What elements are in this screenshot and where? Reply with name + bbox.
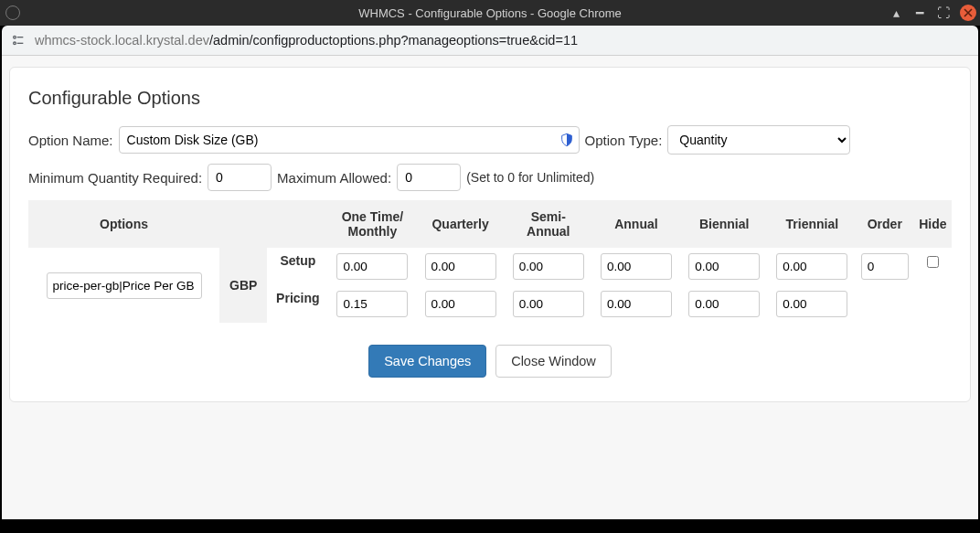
page-title: Configurable Options bbox=[28, 88, 952, 109]
col-onetime: One Time/ Monthly bbox=[328, 200, 416, 248]
col-currency-spacer bbox=[219, 200, 267, 248]
min-qty-input[interactable] bbox=[208, 164, 272, 191]
site-info-icon[interactable] bbox=[11, 33, 26, 48]
option-name-label: Option Name: bbox=[28, 133, 113, 148]
window: WHMCS - Configurable Options - Google Ch… bbox=[0, 0, 980, 533]
close-button[interactable]: Close Window bbox=[495, 345, 612, 378]
setup-biennial-input[interactable] bbox=[688, 253, 760, 280]
col-subheader-spacer bbox=[267, 200, 328, 248]
col-annual: Annual bbox=[592, 200, 680, 248]
table-row-setup: GBP Setup bbox=[28, 248, 952, 285]
col-quarterly: Quarterly bbox=[416, 200, 504, 248]
qty-row: Minimum Quantity Required: Maximum Allow… bbox=[28, 164, 952, 191]
address-bar[interactable]: whmcs-stock.local.krystal.dev/admin/conf… bbox=[35, 33, 578, 48]
pricing-quarterly-input[interactable] bbox=[425, 291, 496, 317]
window-title: WHMCS - Configurable Options - Google Ch… bbox=[358, 6, 622, 20]
button-row: Save Changes Close Window bbox=[28, 345, 952, 378]
table-header-row: Options One Time/ Monthly Quarterly Semi… bbox=[28, 200, 952, 248]
maximize-icon[interactable]: ⛶ bbox=[936, 5, 951, 20]
browser-chrome: whmcs-stock.local.krystal.dev/admin/conf… bbox=[2, 26, 978, 56]
svg-point-2 bbox=[14, 42, 16, 45]
pricing-onetime-input[interactable] bbox=[336, 291, 408, 317]
col-order: Order bbox=[856, 200, 913, 248]
option-name-input[interactable] bbox=[119, 126, 580, 154]
pin-icon[interactable]: ▴ bbox=[889, 5, 903, 20]
pricing-semiannual-input[interactable] bbox=[513, 291, 584, 317]
currency-label: GBP bbox=[219, 248, 267, 323]
url-path: /admin/configproductoptions.php?manageop… bbox=[209, 33, 578, 48]
content-card: Configurable Options Option Name: Option… bbox=[9, 67, 971, 402]
window-controls: ▴ ━ ⛶ bbox=[889, 0, 976, 26]
close-icon[interactable] bbox=[960, 5, 976, 21]
option-type-label: Option Type: bbox=[585, 133, 663, 148]
setup-semiannual-input[interactable] bbox=[513, 253, 584, 280]
minimize-icon[interactable]: ━ bbox=[912, 5, 927, 20]
svg-point-0 bbox=[14, 36, 16, 38]
page-viewport: Configurable Options Option Name: Option… bbox=[2, 56, 978, 519]
col-hide: Hide bbox=[913, 200, 952, 248]
setup-triennial-input[interactable] bbox=[776, 253, 847, 280]
pricing-annual-input[interactable] bbox=[601, 291, 672, 317]
col-biennial: Biennial bbox=[680, 200, 768, 248]
app-icon bbox=[5, 5, 20, 20]
save-button[interactable]: Save Changes bbox=[368, 345, 486, 378]
setup-quarterly-input[interactable] bbox=[425, 253, 496, 280]
zero-hint: (Set to 0 for Unlimited) bbox=[466, 170, 594, 185]
pricing-triennial-input[interactable] bbox=[776, 291, 847, 317]
max-allowed-label: Maximum Allowed: bbox=[277, 170, 391, 186]
shield-icon bbox=[559, 133, 574, 147]
pricing-biennial-input[interactable] bbox=[688, 291, 760, 317]
titlebar: WHMCS - Configurable Options - Google Ch… bbox=[0, 0, 980, 26]
col-triennial: Triennial bbox=[768, 200, 856, 248]
order-input[interactable] bbox=[861, 253, 909, 280]
min-qty-label: Minimum Quantity Required: bbox=[28, 170, 202, 186]
col-options: Options bbox=[28, 200, 219, 248]
option-value-input[interactable] bbox=[47, 272, 202, 299]
option-name-row: Option Name: Option Type: Quantity bbox=[28, 125, 952, 155]
option-type-select[interactable]: Quantity bbox=[667, 125, 850, 155]
setup-onetime-input[interactable] bbox=[336, 253, 408, 280]
url-host: whmcs-stock.local.krystal.dev bbox=[35, 33, 209, 48]
max-allowed-input[interactable] bbox=[397, 164, 461, 191]
col-semiannual: Semi-Annual bbox=[505, 200, 592, 248]
setup-annual-input[interactable] bbox=[601, 253, 672, 280]
setup-label: Setup bbox=[267, 248, 328, 285]
hide-checkbox[interactable] bbox=[927, 256, 939, 268]
pricing-label: Pricing bbox=[267, 285, 328, 323]
pricing-table: Options One Time/ Monthly Quarterly Semi… bbox=[28, 200, 952, 323]
